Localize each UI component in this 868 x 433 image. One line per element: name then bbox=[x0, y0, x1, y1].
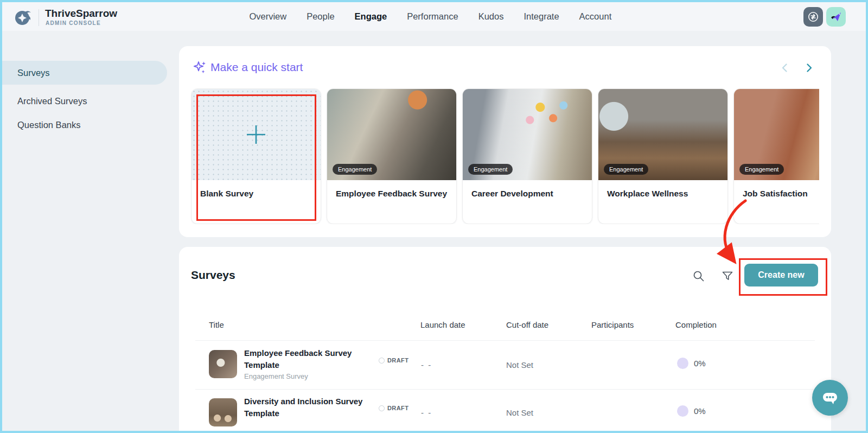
card-blank-survey[interactable]: Blank Survey bbox=[191, 88, 321, 224]
chat-widget-button[interactable] bbox=[812, 380, 848, 416]
nav-overview[interactable]: Overview bbox=[249, 11, 286, 22]
status-badge: DRAFT bbox=[379, 405, 409, 411]
switch-apps-icon bbox=[807, 11, 819, 23]
category-badge: Engagement bbox=[333, 164, 377, 175]
nav-people[interactable]: People bbox=[307, 11, 334, 22]
surveys-panel: Surveys Create new Title Launch date Cut… bbox=[179, 247, 831, 431]
template-title: Career Development bbox=[463, 180, 592, 199]
sidebar-item-label: Surveys bbox=[17, 68, 50, 78]
template-title: Employee Feedback Survey bbox=[327, 180, 456, 199]
template-carousel: Blank Survey Engagement Employee Feedbac… bbox=[191, 88, 819, 224]
search-icon[interactable] bbox=[692, 270, 705, 283]
completion-cell: 0% bbox=[677, 405, 706, 417]
card-employee-feedback-survey[interactable]: Engagement Employee Feedback Survey bbox=[327, 88, 457, 224]
launch-date-value: - - bbox=[421, 360, 432, 370]
status-label: DRAFT bbox=[387, 357, 409, 364]
brand-name: ThriveSparrow bbox=[45, 8, 117, 20]
survey-title: Diversity and Inclusion Survey Template bbox=[244, 396, 377, 419]
column-header-launch-date: Launch date bbox=[420, 320, 465, 329]
completion-cell: 0% bbox=[677, 358, 706, 369]
nav-kudos[interactable]: Kudos bbox=[478, 11, 504, 22]
template-photo: Engagement bbox=[734, 89, 819, 180]
card-workplace-wellness[interactable]: Engagement Workplace Wellness bbox=[598, 88, 728, 224]
survey-thumbnail bbox=[209, 398, 237, 426]
category-badge: Engagement bbox=[604, 164, 648, 175]
status-badge: DRAFT bbox=[379, 357, 409, 364]
completion-ring-icon bbox=[677, 358, 688, 369]
create-new-button[interactable]: Create new bbox=[744, 264, 818, 286]
sidebar-item-label: Question Banks bbox=[17, 120, 80, 130]
chat-bubble-icon bbox=[820, 388, 840, 407]
nav-performance[interactable]: Performance bbox=[407, 11, 458, 22]
nav-engage[interactable]: Engage bbox=[355, 11, 387, 22]
brand-divider bbox=[39, 9, 39, 26]
sparrow-app-button[interactable] bbox=[826, 7, 846, 27]
survey-thumbnail bbox=[209, 350, 237, 378]
template-title: Job Satisfaction bbox=[734, 180, 819, 199]
column-header-title: Title bbox=[209, 320, 224, 329]
carousel-next-button[interactable] bbox=[803, 62, 815, 74]
carousel-prev-button[interactable] bbox=[779, 62, 791, 74]
template-title: Workplace Wellness bbox=[598, 180, 727, 199]
table-row[interactable]: Employee Feedback Survey Template Engage… bbox=[179, 341, 831, 389]
filter-funnel-icon[interactable] bbox=[721, 270, 734, 283]
template-photo: Engagement bbox=[463, 89, 592, 180]
sidebar-item-label: Archived Surveys bbox=[17, 96, 87, 106]
topbar: ThriveSparrow ADMIN CONSOLE Overview Peo… bbox=[2, 2, 866, 31]
sidebar-item-question-banks[interactable]: Question Banks bbox=[2, 115, 167, 135]
annotation-box-blank-survey bbox=[196, 94, 316, 221]
category-badge: Engagement bbox=[739, 164, 784, 175]
sidebar-item-surveys[interactable]: Surveys bbox=[2, 61, 167, 85]
column-header-participants: Participants bbox=[591, 320, 634, 329]
main-nav: Overview People Engage Performance Kudos… bbox=[249, 2, 611, 31]
card-career-development[interactable]: Engagement Career Development bbox=[462, 88, 592, 224]
sparrow-logo-icon bbox=[14, 8, 33, 27]
status-dot-icon bbox=[379, 405, 385, 411]
completion-ring-icon bbox=[677, 405, 688, 417]
quick-start-panel: Make a quick start Blank Survey Engageme… bbox=[179, 46, 831, 237]
sidebar-item-archived-surveys[interactable]: Archived Surveys bbox=[2, 91, 167, 111]
completion-value: 0% bbox=[694, 406, 706, 416]
template-photo: Engagement bbox=[327, 89, 456, 180]
sparkles-icon bbox=[193, 60, 207, 75]
column-header-completion: Completion bbox=[675, 320, 717, 329]
brand-subtitle: ADMIN CONSOLE bbox=[46, 20, 101, 26]
status-label: DRAFT bbox=[387, 405, 409, 411]
nav-account[interactable]: Account bbox=[579, 11, 612, 22]
status-dot-icon bbox=[379, 358, 385, 364]
sparrow-app-icon bbox=[829, 10, 843, 23]
surveys-title: Surveys bbox=[191, 269, 235, 282]
cutoff-date-value: Not Set bbox=[506, 408, 533, 417]
template-photo: Engagement bbox=[598, 89, 727, 180]
table-row[interactable]: Diversity and Inclusion Survey Template … bbox=[179, 390, 831, 431]
nav-integrate[interactable]: Integrate bbox=[524, 11, 559, 22]
survey-title: Employee Feedback Survey Template bbox=[244, 347, 377, 371]
cutoff-date-value: Not Set bbox=[506, 360, 533, 370]
launch-date-value: - - bbox=[421, 408, 432, 417]
card-job-satisfaction[interactable]: Engagement Job Satisfaction bbox=[733, 88, 819, 224]
completion-value: 0% bbox=[694, 359, 706, 368]
column-header-cutoff-date: Cut-off date bbox=[506, 320, 548, 329]
category-badge: Engagement bbox=[468, 164, 513, 175]
switch-apps-button[interactable] bbox=[803, 7, 823, 27]
quick-start-title: Make a quick start bbox=[210, 61, 303, 74]
survey-subtitle: Engagement Survey bbox=[244, 372, 308, 380]
